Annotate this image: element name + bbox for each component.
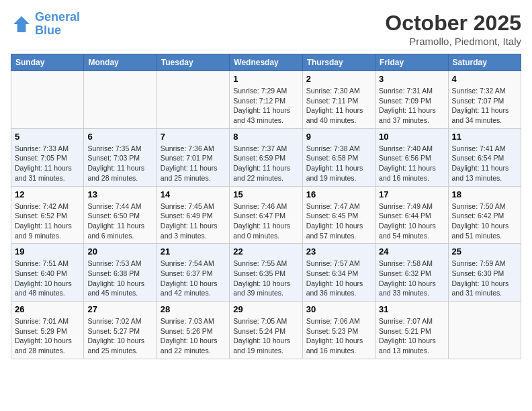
day-number: 9: [306, 132, 371, 142]
calendar-cell: 14Sunrise: 7:45 AMSunset: 6:49 PMDayligh…: [157, 186, 229, 244]
week-row-5: 26Sunrise: 7:01 AMSunset: 5:29 PMDayligh…: [11, 302, 521, 359]
day-number: 3: [379, 74, 444, 84]
day-info: Sunrise: 7:44 AMSunset: 6:50 PMDaylight:…: [87, 201, 152, 241]
calendar-cell: [157, 71, 229, 129]
week-row-2: 5Sunrise: 7:33 AMSunset: 7:05 PMDaylight…: [11, 128, 521, 186]
day-number: 21: [161, 246, 226, 257]
day-info: Sunrise: 7:49 AMSunset: 6:44 PMDaylight:…: [379, 201, 444, 241]
calendar-cell: 26Sunrise: 7:01 AMSunset: 5:29 PMDayligh…: [11, 302, 84, 359]
calendar-subtitle: Pramollo, Piedmont, Italy: [385, 36, 521, 47]
calendar-cell: 25Sunrise: 7:59 AMSunset: 6:30 PMDayligh…: [448, 244, 521, 302]
svg-marker-0: [13, 16, 30, 32]
calendar-cell: 1Sunrise: 7:29 AMSunset: 7:12 PMDaylight…: [230, 71, 302, 129]
day-number: 13: [87, 189, 152, 199]
weekday-header-thursday: Thursday: [302, 54, 375, 71]
weekday-header-wednesday: Wednesday: [230, 54, 302, 71]
day-info: Sunrise: 7:57 AMSunset: 6:34 PMDaylight:…: [306, 259, 371, 298]
calendar-cell: 28Sunrise: 7:03 AMSunset: 5:26 PMDayligh…: [157, 302, 229, 359]
calendar-cell: 5Sunrise: 7:33 AMSunset: 7:05 PMDaylight…: [11, 128, 84, 186]
calendar-cell: 4Sunrise: 7:32 AMSunset: 7:07 PMDaylight…: [448, 71, 521, 129]
logo-general: General: [35, 10, 80, 24]
day-info: Sunrise: 7:32 AMSunset: 7:07 PMDaylight:…: [452, 86, 517, 126]
day-number: 28: [161, 304, 226, 314]
logo-icon: [11, 13, 32, 35]
calendar-cell: 22Sunrise: 7:55 AMSunset: 6:35 PMDayligh…: [230, 244, 302, 302]
weekday-header-tuesday: Tuesday: [157, 54, 229, 71]
title-block: October 2025 Pramollo, Piedmont, Italy: [385, 11, 521, 47]
calendar-header: SundayMondayTuesdayWednesdayThursdayFrid…: [11, 54, 521, 71]
day-number: 26: [15, 304, 80, 314]
day-info: Sunrise: 7:38 AMSunset: 6:58 PMDaylight:…: [306, 144, 371, 183]
weekday-header-sunday: Sunday: [11, 54, 84, 71]
day-number: 19: [15, 246, 80, 257]
day-number: 7: [161, 132, 226, 142]
day-info: Sunrise: 7:47 AMSunset: 6:45 PMDaylight:…: [306, 201, 371, 241]
weekday-row: SundayMondayTuesdayWednesdayThursdayFrid…: [11, 54, 521, 71]
day-number: 30: [306, 304, 371, 314]
day-info: Sunrise: 7:05 AMSunset: 5:24 PMDaylight:…: [233, 316, 298, 356]
day-info: Sunrise: 7:42 AMSunset: 6:52 PMDaylight:…: [15, 201, 80, 241]
day-info: Sunrise: 7:51 AMSunset: 6:40 PMDaylight:…: [15, 259, 80, 298]
calendar-cell: 23Sunrise: 7:57 AMSunset: 6:34 PMDayligh…: [302, 244, 375, 302]
day-number: 31: [379, 304, 444, 314]
calendar-cell: 11Sunrise: 7:41 AMSunset: 6:54 PMDayligh…: [448, 128, 521, 186]
day-info: Sunrise: 7:54 AMSunset: 6:37 PMDaylight:…: [161, 259, 226, 298]
day-info: Sunrise: 7:46 AMSunset: 6:47 PMDaylight:…: [233, 201, 298, 241]
day-number: 11: [452, 132, 517, 142]
day-number: 2: [306, 74, 371, 84]
day-number: 8: [233, 132, 298, 142]
page-header: General Blue October 2025 Pramollo, Pied…: [11, 11, 521, 47]
day-info: Sunrise: 7:03 AMSunset: 5:26 PMDaylight:…: [161, 316, 226, 356]
logo-blue: Blue: [35, 24, 61, 37]
day-number: 24: [379, 246, 444, 257]
day-number: 17: [379, 189, 444, 199]
day-number: 1: [233, 74, 298, 84]
day-info: Sunrise: 7:30 AMSunset: 7:11 PMDaylight:…: [306, 86, 371, 126]
calendar-cell: 17Sunrise: 7:49 AMSunset: 6:44 PMDayligh…: [375, 186, 448, 244]
calendar-cell: 20Sunrise: 7:53 AMSunset: 6:38 PMDayligh…: [84, 244, 157, 302]
calendar-cell: 9Sunrise: 7:38 AMSunset: 6:58 PMDaylight…: [302, 128, 375, 186]
calendar-cell: [448, 302, 521, 359]
day-info: Sunrise: 7:06 AMSunset: 5:23 PMDaylight:…: [306, 316, 371, 356]
day-info: Sunrise: 7:36 AMSunset: 7:01 PMDaylight:…: [161, 144, 226, 183]
calendar-cell: 8Sunrise: 7:37 AMSunset: 6:59 PMDaylight…: [230, 128, 302, 186]
calendar-cell: [84, 71, 157, 129]
day-number: 16: [306, 189, 371, 199]
calendar-cell: 3Sunrise: 7:31 AMSunset: 7:09 PMDaylight…: [375, 71, 448, 129]
calendar-table: SundayMondayTuesdayWednesdayThursdayFrid…: [11, 54, 521, 359]
calendar-cell: 15Sunrise: 7:46 AMSunset: 6:47 PMDayligh…: [230, 186, 302, 244]
weekday-header-saturday: Saturday: [448, 54, 521, 71]
calendar-cell: 6Sunrise: 7:35 AMSunset: 7:03 PMDaylight…: [84, 128, 157, 186]
calendar-cell: 7Sunrise: 7:36 AMSunset: 7:01 PMDaylight…: [157, 128, 229, 186]
calendar-cell: 2Sunrise: 7:30 AMSunset: 7:11 PMDaylight…: [302, 71, 375, 129]
day-info: Sunrise: 7:55 AMSunset: 6:35 PMDaylight:…: [233, 259, 298, 298]
logo-text: General Blue: [35, 11, 80, 38]
calendar-cell: 18Sunrise: 7:50 AMSunset: 6:42 PMDayligh…: [448, 186, 521, 244]
calendar-cell: 16Sunrise: 7:47 AMSunset: 6:45 PMDayligh…: [302, 186, 375, 244]
day-number: 23: [306, 246, 371, 257]
day-number: 15: [233, 189, 298, 199]
day-info: Sunrise: 7:33 AMSunset: 7:05 PMDaylight:…: [15, 144, 80, 183]
weekday-header-monday: Monday: [84, 54, 157, 71]
day-number: 25: [452, 246, 517, 257]
day-info: Sunrise: 7:01 AMSunset: 5:29 PMDaylight:…: [15, 316, 80, 356]
day-info: Sunrise: 7:37 AMSunset: 6:59 PMDaylight:…: [233, 144, 298, 183]
week-row-3: 12Sunrise: 7:42 AMSunset: 6:52 PMDayligh…: [11, 186, 521, 244]
day-number: 18: [452, 189, 517, 199]
day-number: 6: [87, 132, 152, 142]
day-number: 27: [87, 304, 152, 314]
logo: General Blue: [11, 11, 80, 38]
calendar-cell: [11, 71, 84, 129]
calendar-title: October 2025: [385, 11, 521, 36]
calendar-cell: 10Sunrise: 7:40 AMSunset: 6:56 PMDayligh…: [375, 128, 448, 186]
calendar-cell: 12Sunrise: 7:42 AMSunset: 6:52 PMDayligh…: [11, 186, 84, 244]
day-info: Sunrise: 7:53 AMSunset: 6:38 PMDaylight:…: [87, 259, 152, 298]
day-info: Sunrise: 7:31 AMSunset: 7:09 PMDaylight:…: [379, 86, 444, 126]
calendar-cell: 19Sunrise: 7:51 AMSunset: 6:40 PMDayligh…: [11, 244, 84, 302]
calendar-cell: 21Sunrise: 7:54 AMSunset: 6:37 PMDayligh…: [157, 244, 229, 302]
week-row-1: 1Sunrise: 7:29 AMSunset: 7:12 PMDaylight…: [11, 71, 521, 129]
calendar-cell: 24Sunrise: 7:58 AMSunset: 6:32 PMDayligh…: [375, 244, 448, 302]
day-info: Sunrise: 7:02 AMSunset: 5:27 PMDaylight:…: [87, 316, 152, 356]
calendar-cell: 29Sunrise: 7:05 AMSunset: 5:24 PMDayligh…: [230, 302, 302, 359]
day-info: Sunrise: 7:59 AMSunset: 6:30 PMDaylight:…: [452, 259, 517, 298]
